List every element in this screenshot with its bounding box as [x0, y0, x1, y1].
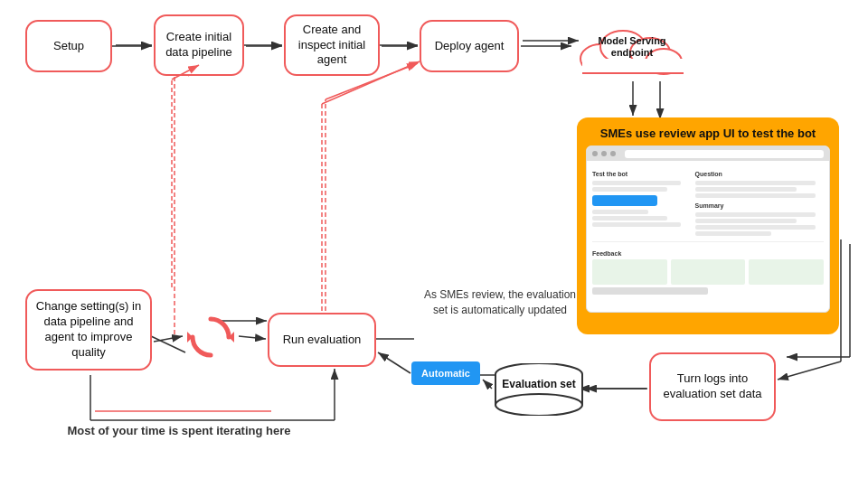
automatic-button: Automatic — [411, 361, 480, 385]
browser-feedback-3 — [749, 259, 824, 285]
browser-line-9 — [695, 212, 816, 217]
browser-line-6 — [695, 181, 816, 185]
browser-line-13 — [592, 287, 708, 295]
browser-section-1: Test the bot — [592, 170, 686, 179]
deploy-label: Deploy agent — [435, 39, 505, 54]
browser-line-5 — [592, 222, 681, 227]
svg-line-37 — [778, 361, 841, 380]
browser-line-4 — [592, 216, 667, 221]
browser-line-11 — [695, 225, 816, 230]
deploy-node: Deploy agent — [420, 20, 519, 72]
browser-url-bar — [625, 150, 824, 158]
browser-dot-1 — [592, 151, 598, 156]
create-inspect-node: Create and inspect initial agent — [284, 14, 380, 76]
svg-line-40 — [378, 352, 410, 373]
change-settings-node: Change setting(s) in data pipeline and a… — [25, 289, 152, 371]
browser-line-12 — [695, 231, 771, 236]
model-serving-label: Model Serving endpoint — [573, 23, 691, 68]
browser-feedback-2 — [671, 259, 746, 285]
as-smes-label: As SMEs review, the evaluation set is au… — [424, 288, 576, 316]
svg-line-46 — [239, 336, 266, 339]
evaluation-set-label: Evaluation set — [494, 378, 584, 390]
automatic-label: Automatic — [421, 368, 470, 379]
create-inspect-label: Create and inspect initial agent — [293, 23, 371, 69]
evaluation-set-node: Evaluation set — [494, 363, 584, 416]
browser-dot-3 — [610, 151, 616, 156]
svg-line-45 — [154, 336, 183, 342]
diagram: Setup Create initial data pipeline Creat… — [0, 0, 868, 488]
browser-section-2: Question — [695, 170, 823, 179]
svg-point-30 — [495, 394, 582, 416]
browser-btn — [592, 195, 657, 206]
browser-bar — [587, 146, 829, 161]
browser-dot-2 — [601, 151, 607, 156]
setup-node: Setup — [25, 20, 112, 72]
browser-section-3: Summary — [695, 202, 823, 211]
browser-line-1 — [592, 181, 681, 185]
create-pipeline-node: Create initial data pipeline — [154, 14, 244, 76]
create-pipeline-label: Create initial data pipeline — [163, 30, 235, 61]
run-evaluation-label: Run evaluation — [283, 333, 362, 348]
model-serving-node: Model Serving endpoint — [573, 9, 691, 81]
as-smes-annotation: As SMEs review, the evaluation set is au… — [423, 287, 577, 318]
browser-line-3 — [592, 210, 648, 214]
change-settings-label: Change setting(s) in data pipeline and a… — [34, 299, 143, 361]
browser-line-2 — [592, 187, 667, 192]
turn-logs-node: Turn logs into evaluation set data — [649, 352, 776, 421]
sme-review-box: SMEs use review app UI to test the bot T… — [577, 117, 839, 334]
browser-section-4: Feedback — [592, 249, 824, 258]
browser-feedback-1 — [592, 259, 667, 285]
svg-line-39 — [483, 380, 492, 389]
setup-label: Setup — [53, 39, 84, 54]
run-evaluation-node: Run evaluation — [268, 313, 376, 367]
sme-review-title: SMEs use review app UI to test the bot — [586, 127, 830, 140]
turn-logs-label: Turn logs into evaluation set data — [658, 371, 767, 402]
browser-line-7 — [695, 187, 797, 192]
browser-line-8 — [695, 193, 816, 198]
circular-arrows-icon — [185, 312, 236, 362]
iterating-annotation: Most of your time is spent iterating her… — [25, 423, 333, 439]
iterating-label: Most of your time is spent iterating her… — [67, 424, 290, 437]
browser-mock: Test the bot Question Summary — [586, 145, 830, 313]
browser-content: Test the bot Question Summary — [587, 161, 829, 300]
browser-line-10 — [695, 219, 797, 223]
